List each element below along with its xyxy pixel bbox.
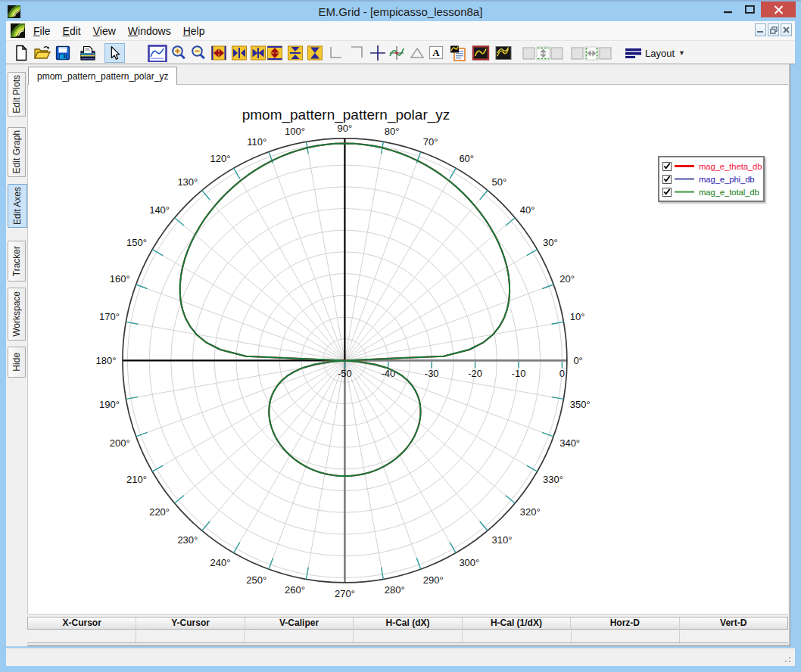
expand-vertical-button[interactable]	[285, 43, 305, 63]
legend-checkbox[interactable]	[662, 188, 672, 197]
dock-sidebar: Edit PlotsEdit GraphEdit AxesTrackerWork…	[6, 64, 27, 646]
text-label-button[interactable]: A	[427, 43, 445, 63]
readout-value-cell	[354, 630, 463, 642]
angle-axis-label: 260°	[285, 584, 305, 596]
plot-frame-button[interactable]	[146, 43, 169, 63]
zoom-out-button[interactable]	[189, 43, 208, 63]
mdi-restore-icon	[770, 26, 778, 34]
menu-edit[interactable]: Edit	[57, 25, 87, 37]
mdi-minimize-button[interactable]	[755, 23, 766, 36]
corner-top-right-button[interactable]	[348, 43, 366, 63]
angle-axis-label: 190°	[99, 399, 120, 410]
close-button[interactable]	[761, 2, 796, 17]
layout-button-label: Layout	[645, 48, 675, 59]
angle-axis-label: 160°	[110, 273, 130, 285]
select-cursor-button[interactable]	[104, 43, 125, 63]
resize-grip[interactable]	[781, 653, 792, 664]
svg-text:A: A	[432, 47, 440, 58]
layout-icon	[625, 48, 641, 58]
window-controls	[717, 2, 796, 17]
plot-style-red-frame-button[interactable]	[470, 43, 491, 63]
disabled-box-icon	[599, 47, 612, 60]
menu-file[interactable]: File	[27, 25, 57, 37]
radial-axis-label: 0	[559, 368, 565, 379]
sidebar-tab-edit-graph[interactable]: Edit Graph	[8, 127, 26, 177]
angle-axis-label: 90°	[338, 123, 353, 134]
sidebar-tab-workspace[interactable]: Workspace	[8, 288, 26, 341]
expand-x-disabled-button[interactable]	[584, 43, 600, 63]
corner-top-right-icon	[348, 44, 365, 62]
fit-horizontal-button[interactable]	[209, 43, 229, 63]
legend-checkbox[interactable]	[662, 175, 672, 184]
angle-axis-label: 50°	[492, 176, 507, 188]
new-document-button[interactable]	[11, 43, 31, 63]
checkmark-icon	[663, 162, 671, 170]
document-tab[interactable]: pmom_pattern_pattern_polar_yz	[28, 67, 177, 85]
disabled-box-icon	[522, 47, 535, 60]
angle-axis-label: 350°	[570, 399, 591, 410]
corner-bottom-left-button[interactable]	[327, 43, 345, 63]
print-button[interactable]	[76, 43, 99, 63]
sidebar-tab-label: Workspace	[11, 291, 22, 337]
text-label-icon: A	[428, 44, 444, 62]
tracker-curve-button[interactable]	[386, 43, 407, 63]
angle-axis-label: 230°	[177, 534, 198, 546]
zoom-in-button[interactable]	[169, 43, 189, 63]
shrink-vertical-button[interactable]	[305, 43, 325, 63]
mdi-restore-button[interactable]	[768, 23, 779, 36]
angle-axis-label: 130°	[177, 176, 198, 188]
angle-axis-label: 320°	[520, 506, 541, 518]
crosshair-button[interactable]	[368, 43, 388, 63]
document-tab-strip: pmom_pattern_pattern_polar_yz	[27, 67, 788, 85]
disabled-box-button[interactable]	[522, 43, 536, 63]
readout-column-header: Vert-D	[680, 618, 787, 629]
readout-value-row	[27, 630, 788, 643]
open-file-button[interactable]	[32, 43, 53, 63]
fit-vertical-icon	[266, 44, 284, 62]
legend-checkbox[interactable]	[662, 162, 672, 171]
plot-style-dark-button[interactable]	[493, 43, 514, 63]
triangle-icon	[408, 44, 426, 62]
angle-axis-label: 140°	[149, 204, 170, 216]
readout-value-cell	[680, 630, 788, 642]
expand-horizontal-icon	[230, 44, 248, 62]
expand-horizontal-button[interactable]	[229, 43, 249, 63]
readout-value-cell	[27, 630, 136, 642]
chart-title: pmom_pattern_pattern_polar_yz	[28, 107, 664, 123]
disabled-box-button[interactable]	[550, 43, 564, 63]
readout-value-cell	[136, 630, 245, 642]
menu-view[interactable]: View	[87, 25, 122, 37]
layout-button[interactable]: Layout ▼	[625, 44, 685, 62]
sidebar-tab-edit-plots[interactable]: Edit Plots	[8, 72, 26, 117]
sidebar-tab-tracker[interactable]: Tracker	[8, 241, 26, 282]
sidebar-tab-label: Tracker	[11, 246, 22, 276]
angle-axis-label: 210°	[126, 474, 147, 485]
sidebar-tab-edit-axes[interactable]: Edit Axes	[8, 184, 27, 228]
readout-header-row: X-CursorY-CursorV-CaliperH-Cal (dX)H-Cal…	[27, 617, 788, 630]
expand-y-disabled-button[interactable]	[535, 43, 551, 63]
angle-axis-label: 200°	[110, 437, 130, 449]
disabled-box-button[interactable]	[598, 43, 612, 63]
fit-vertical-button[interactable]	[265, 43, 285, 63]
maximize-button[interactable]	[739, 2, 761, 17]
sidebar-tab-hide[interactable]: Hide	[8, 347, 26, 378]
triangle-button[interactable]	[407, 43, 427, 63]
minimize-button[interactable]	[717, 2, 739, 17]
polar-plot-panel[interactable]: pmom_pattern_pattern_polar_yz -50-40-30-…	[27, 85, 788, 614]
disabled-box-button[interactable]	[570, 43, 584, 63]
title-bar[interactable]: EM.Grid - [empicasso_lesson8a]	[0, 0, 801, 21]
readout-column-header: H-Cal (1/dX)	[463, 618, 571, 629]
menu-help[interactable]: Help	[177, 25, 211, 37]
mdi-close-button[interactable]	[781, 23, 792, 36]
plot-style-red-frame-icon	[471, 44, 491, 62]
save-button[interactable]	[53, 43, 73, 63]
radial-axis-label: -50	[338, 368, 352, 379]
mdi-child-window: Edit PlotsEdit GraphEdit AxesTrackerWork…	[6, 64, 790, 646]
expand-y-disabled-icon	[536, 46, 550, 61]
angle-axis-label: 290°	[423, 574, 444, 586]
sidebar-tab-label: Edit Axes	[12, 187, 23, 225]
legend-line-sample	[675, 160, 694, 173]
copy-plot-button[interactable]	[447, 43, 469, 63]
angle-axis-label: 280°	[385, 584, 405, 596]
menu-windows[interactable]: Windows	[122, 25, 177, 37]
